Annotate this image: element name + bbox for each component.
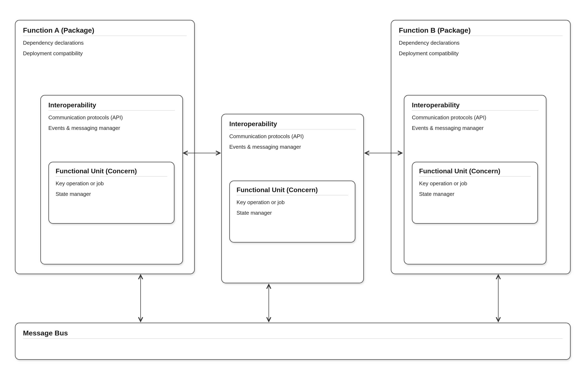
divider xyxy=(412,110,538,111)
functional-unit-b-item-1: Key operation or job xyxy=(419,180,531,187)
divider xyxy=(48,110,175,111)
functional-unit-middle: Functional Unit (Concern) Key operation … xyxy=(229,180,355,243)
function-a-item-2: Deployment compatibility xyxy=(23,50,187,57)
function-b-item-2: Deployment compatibility xyxy=(399,50,563,57)
divider xyxy=(419,176,531,177)
functional-unit-b-item-2: State manager xyxy=(419,191,531,197)
function-b-title: Function B (Package) xyxy=(399,26,563,34)
divider xyxy=(23,35,187,36)
functional-unit-middle-item-1: Key operation or job xyxy=(237,199,348,206)
diagram-canvas: Function A (Package) Dependency declarat… xyxy=(0,0,588,377)
message-bus-title: Message Bus xyxy=(23,329,563,337)
interop-middle: Interoperability Communication protocols… xyxy=(221,114,364,283)
interop-a: Interoperability Communication protocols… xyxy=(40,95,183,264)
function-a-title: Function A (Package) xyxy=(23,26,187,34)
divider xyxy=(229,129,356,130)
interop-b-item-2: Events & messaging manager xyxy=(412,125,538,131)
function-b-package: Function B (Package) Dependency declarat… xyxy=(391,20,571,274)
functional-unit-a: Functional Unit (Concern) Key operation … xyxy=(48,162,174,224)
functional-unit-b-title: Functional Unit (Concern) xyxy=(419,167,531,175)
interop-middle-title: Interoperability xyxy=(229,120,356,128)
interop-b-title: Interoperability xyxy=(412,101,538,109)
interop-b: Interoperability Communication protocols… xyxy=(404,95,546,264)
interop-middle-item-1: Communication protocols (API) xyxy=(229,133,356,140)
function-a-package: Function A (Package) Dependency declarat… xyxy=(15,20,195,274)
interop-a-item-1: Communication protocols (API) xyxy=(48,114,175,121)
functional-unit-middle-title: Functional Unit (Concern) xyxy=(237,186,348,194)
divider xyxy=(23,338,563,339)
divider xyxy=(237,195,348,195)
interop-b-item-1: Communication protocols (API) xyxy=(412,114,538,121)
interop-a-item-2: Events & messaging manager xyxy=(48,125,175,131)
divider xyxy=(399,35,563,36)
function-b-item-1: Dependency declarations xyxy=(399,40,563,46)
functional-unit-middle-item-2: State manager xyxy=(237,210,348,216)
message-bus: Message Bus xyxy=(15,323,571,360)
function-a-item-1: Dependency declarations xyxy=(23,40,187,46)
functional-unit-b: Functional Unit (Concern) Key operation … xyxy=(412,162,538,224)
divider xyxy=(56,176,167,177)
interop-a-title: Interoperability xyxy=(48,101,175,109)
interop-middle-item-2: Events & messaging manager xyxy=(229,144,356,150)
functional-unit-a-title: Functional Unit (Concern) xyxy=(56,167,167,175)
functional-unit-a-item-1: Key operation or job xyxy=(56,180,167,187)
functional-unit-a-item-2: State manager xyxy=(56,191,167,197)
